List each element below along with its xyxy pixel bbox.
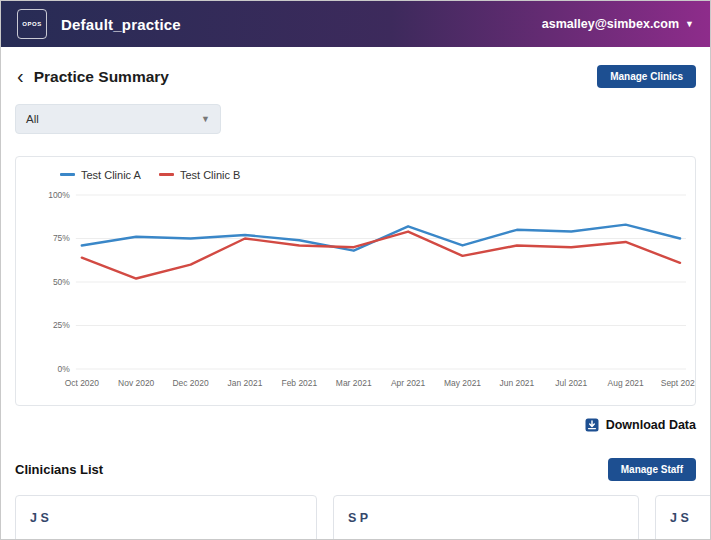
svg-text:100%: 100%	[48, 190, 70, 200]
download-icon	[585, 418, 599, 432]
clinician-card[interactable]: J S	[655, 495, 711, 540]
clinician-initials: J S	[30, 511, 49, 525]
svg-text:Dec 2020: Dec 2020	[172, 378, 208, 388]
app-window: OPOS Default_practice asmalley@simbex.co…	[0, 0, 711, 540]
user-menu[interactable]: asmalley@simbex.com ▼	[542, 17, 694, 31]
svg-text:25%: 25%	[53, 320, 70, 330]
svg-text:Mar 2021: Mar 2021	[336, 378, 372, 388]
manage-staff-button[interactable]: Manage Staff	[608, 458, 696, 481]
back-button[interactable]: ‹	[15, 66, 34, 88]
clinician-initials: J S	[670, 511, 689, 525]
chevron-down-icon: ▼	[201, 114, 210, 124]
clinicians-header-row: Clinicians List Manage Staff	[15, 458, 696, 481]
legend-swatch	[159, 173, 174, 176]
legend-label: Test Clinic B	[180, 169, 241, 181]
svg-text:Aug 2021: Aug 2021	[608, 378, 644, 388]
clinicians-card-list: J SS PJ S	[15, 495, 696, 540]
clinic-filter-select[interactable]: All ▼	[15, 104, 221, 134]
svg-text:0%: 0%	[58, 364, 71, 374]
legend-label: Test Clinic A	[81, 169, 141, 181]
legend-item-0[interactable]: Test Clinic A	[60, 169, 141, 181]
svg-text:Sept 2021: Sept 2021	[661, 378, 695, 388]
user-email: asmalley@simbex.com	[542, 17, 679, 31]
clinicians-list-title: Clinicians List	[15, 462, 103, 477]
title-row: ‹ Practice Summary Manage Clinics	[15, 65, 696, 88]
svg-text:75%: 75%	[53, 233, 70, 243]
svg-text:Jun 2021: Jun 2021	[499, 378, 534, 388]
clinician-initials: S P	[348, 511, 368, 525]
clinician-card[interactable]: J S	[15, 495, 317, 540]
svg-text:May 2021: May 2021	[444, 378, 481, 388]
app-logo: OPOS	[17, 9, 47, 39]
chevron-down-icon: ▼	[685, 19, 694, 29]
download-row: Download Data	[15, 418, 696, 432]
svg-text:Feb 2021: Feb 2021	[281, 378, 317, 388]
manage-clinics-button[interactable]: Manage Clinics	[597, 65, 696, 88]
svg-text:Jan 2021: Jan 2021	[228, 378, 263, 388]
download-data-label: Download Data	[606, 418, 696, 432]
clinic-filter-value: All	[26, 113, 39, 125]
svg-text:Nov 2020: Nov 2020	[118, 378, 154, 388]
clinician-card[interactable]: S P	[333, 495, 639, 540]
download-data-button[interactable]: Download Data	[585, 418, 696, 432]
legend-swatch	[60, 173, 75, 176]
svg-text:Oct 2020: Oct 2020	[65, 378, 100, 388]
app-header: OPOS Default_practice asmalley@simbex.co…	[1, 1, 710, 47]
svg-text:50%: 50%	[53, 277, 70, 287]
page-title: Practice Summary	[34, 68, 169, 86]
app-logo-text: OPOS	[22, 21, 41, 27]
main-content: ‹ Practice Summary Manage Clinics All ▼ …	[1, 47, 710, 540]
chart-legend: Test Clinic ATest Clinic B	[16, 157, 695, 183]
chart-card: Test Clinic ATest Clinic B 0%25%50%75%10…	[15, 156, 696, 406]
app-title: Default_practice	[61, 16, 181, 33]
svg-text:Jul 2021: Jul 2021	[555, 378, 587, 388]
svg-text:Apr 2021: Apr 2021	[391, 378, 426, 388]
legend-item-1[interactable]: Test Clinic B	[159, 169, 241, 181]
line-chart: 0%25%50%75%100%Oct 2020Nov 2020Dec 2020J…	[16, 183, 695, 403]
